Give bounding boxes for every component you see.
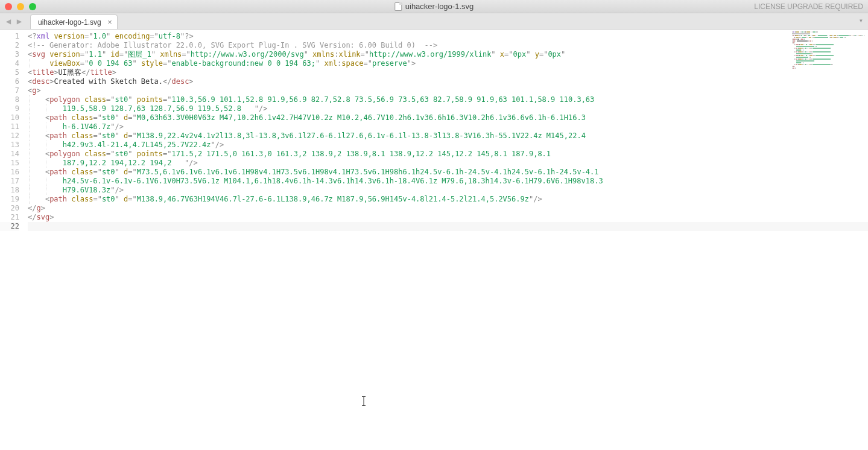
code-line[interactable]: <svg version="1.1" id="图层_1" xmlns="http… bbox=[28, 50, 868, 59]
code-line[interactable]: <polygon class="st0" points="110.3,56.9 … bbox=[28, 95, 868, 104]
code-area[interactable]: <?xml version="1.0" encoding="utf-8"?><!… bbox=[24, 30, 868, 450]
traffic-lights bbox=[5, 3, 36, 10]
tab-label: uihacker-logo-1.svg bbox=[38, 18, 101, 27]
back-icon[interactable]: ◀ bbox=[4, 16, 13, 26]
line-number: 3 bbox=[0, 50, 19, 59]
window-titlebar: uihacker-logo-1.svg LICENSE UPGRADE REQU… bbox=[0, 0, 868, 13]
code-line[interactable]: <!-- Generator: Adobe Illustrator 22.0.0… bbox=[28, 41, 868, 50]
line-number: 13 bbox=[0, 141, 19, 150]
line-number: 2 bbox=[0, 41, 19, 50]
code-line[interactable]: </g> bbox=[28, 204, 868, 213]
code-line[interactable]: <g> bbox=[28, 86, 868, 95]
code-line[interactable]: 119.5,58.9 128.7,63 128.7,56.9 119.5,52.… bbox=[28, 104, 868, 113]
line-number: 10 bbox=[0, 113, 19, 122]
line-number: 12 bbox=[0, 132, 19, 141]
code-line[interactable]: <path class="st0" d="M138.9,22.4v2v4.1v2… bbox=[28, 132, 868, 141]
code-line[interactable]: </svg> bbox=[28, 213, 868, 222]
nav-buttons: ◀ ▶ bbox=[4, 16, 24, 26]
code-line[interactable]: h-6.1V46.7z"/> bbox=[28, 122, 868, 132]
code-line[interactable] bbox=[28, 222, 868, 231]
code-line[interactable]: <?xml version="1.0" encoding="utf-8"?> bbox=[28, 32, 868, 41]
line-number: 4 bbox=[0, 59, 19, 68]
code-line[interactable]: <polygon class="st0" points="171.5,2 171… bbox=[28, 150, 868, 159]
line-number-gutter: 12345678910111213141516171819202122 bbox=[0, 30, 24, 450]
line-number: 18 bbox=[0, 186, 19, 195]
line-number: 15 bbox=[0, 159, 19, 168]
code-line[interactable]: 187.9,12.2 194,12.2 194,2 "/> bbox=[28, 159, 868, 168]
line-number: 6 bbox=[0, 77, 19, 86]
forward-icon[interactable]: ▶ bbox=[14, 16, 24, 26]
window-title-text: uihacker-logo-1.svg bbox=[405, 2, 474, 11]
line-number: 11 bbox=[0, 122, 19, 132]
editor: 12345678910111213141516171819202122 <?xm… bbox=[0, 30, 868, 450]
line-number: 8 bbox=[0, 95, 19, 104]
license-notice[interactable]: LICENSE UPGRADE REQUIRED bbox=[754, 2, 863, 11]
line-number: 16 bbox=[0, 168, 19, 177]
code-line[interactable]: viewBox="0 0 194 63" style="enable-backg… bbox=[28, 59, 868, 68]
tab-bar: ◀ ▶ uihacker-logo-1.svg × ▾ bbox=[0, 13, 868, 30]
minimize-icon[interactable] bbox=[17, 3, 24, 10]
line-number: 19 bbox=[0, 195, 19, 204]
close-tab-icon[interactable]: × bbox=[107, 18, 112, 26]
line-number: 20 bbox=[0, 204, 19, 213]
code-line[interactable]: <path class="st0" d="M73.5,6.1v6.1v6.1v6… bbox=[28, 168, 868, 177]
line-number: 21 bbox=[0, 213, 19, 222]
code-line[interactable]: h42.9v3.4l-21.4,4.7L145,25.7V22.4z"/> bbox=[28, 141, 868, 150]
tab-menu-icon[interactable]: ▾ bbox=[859, 16, 863, 25]
line-number: 14 bbox=[0, 150, 19, 159]
close-icon[interactable] bbox=[5, 3, 12, 10]
line-number: 5 bbox=[0, 68, 19, 77]
document-icon bbox=[394, 2, 402, 11]
line-number: 17 bbox=[0, 177, 19, 186]
code-line[interactable]: <desc>Created with Sketch Beta.</desc> bbox=[28, 77, 868, 86]
code-line[interactable]: <title>UI黑客</title> bbox=[28, 68, 868, 77]
line-number: 1 bbox=[0, 32, 19, 41]
tab-file[interactable]: uihacker-logo-1.svg × bbox=[30, 14, 118, 29]
line-number: 9 bbox=[0, 104, 19, 113]
code-line[interactable]: h24.5v-6.1v-6.1v-6.1V6.1V0H73.5V6.1z M10… bbox=[28, 177, 868, 186]
maximize-icon[interactable] bbox=[29, 3, 36, 10]
code-line[interactable]: H79.6V18.3z"/> bbox=[28, 186, 868, 195]
line-number: 22 bbox=[0, 222, 19, 231]
window-title: uihacker-logo-1.svg bbox=[394, 2, 474, 11]
code-line[interactable]: <path class="st0" d="M0,63h63.3V0H0V63z … bbox=[28, 113, 868, 122]
line-number: 7 bbox=[0, 86, 19, 95]
code-line[interactable]: <path class="st0" d="M138.9,46.7V63H194V… bbox=[28, 195, 868, 204]
